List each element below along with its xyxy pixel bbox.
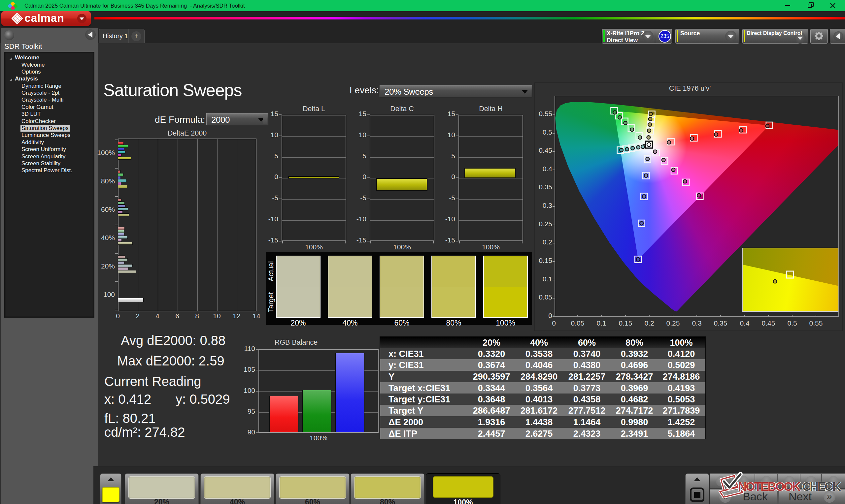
svg-text:NOTEBOOK: NOTEBOOK bbox=[738, 480, 801, 493]
svg-text:calman: calman bbox=[24, 12, 64, 24]
svg-text:CHECK: CHECK bbox=[802, 480, 841, 493]
